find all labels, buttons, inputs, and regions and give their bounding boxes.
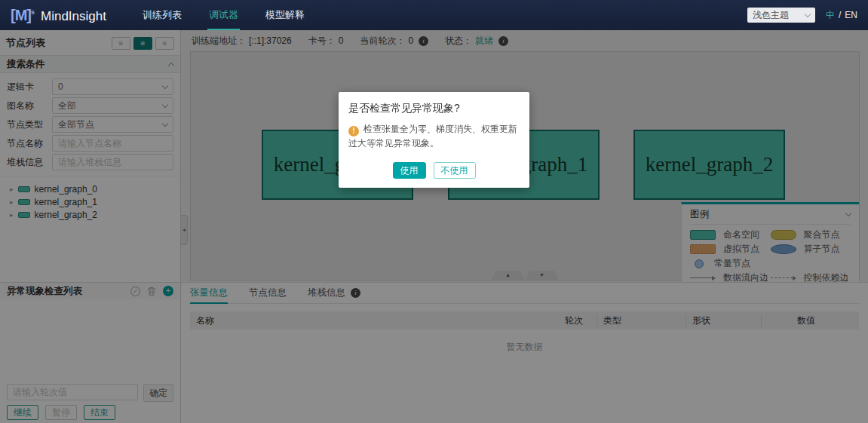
theme-select[interactable]: 浅色主题 [747, 8, 815, 23]
logo-superscript: s [31, 8, 35, 16]
use-button[interactable]: 使用 [393, 162, 426, 179]
lang-en[interactable]: EN [845, 10, 857, 20]
dialog-body: !检查张量全为零、梯度消失、权重更新过大等常见异常现象。 [348, 122, 520, 150]
nav-model-explanation[interactable]: 模型解释 [252, 0, 318, 30]
nav-training-list[interactable]: 训练列表 [129, 0, 195, 30]
warning-icon: ! [348, 126, 359, 136]
not-use-button[interactable]: 不使用 [434, 162, 476, 179]
modal-overlay[interactable] [0, 30, 868, 423]
anomaly-check-dialog: 是否检查常见异常现象? !检查张量全为零、梯度消失、权重更新过大等常见异常现象。… [339, 92, 529, 188]
nav-debugger[interactable]: 调试器 [195, 0, 252, 30]
dialog-title: 是否检查常见异常现象? [348, 102, 520, 115]
chevron-down-icon [805, 11, 811, 17]
language-switch: 中 / EN [826, 9, 857, 22]
logo-mark: [M] [11, 7, 31, 24]
header-right: 浅色主题 中 / EN [747, 8, 857, 23]
dialog-buttons: 使用 不使用 [348, 162, 520, 179]
theme-select-value: 浅色主题 [753, 9, 789, 22]
mindinsight-logo: [M] s MindInsight [11, 7, 106, 24]
app-header: [M] s MindInsight 训练列表 调试器 模型解释 浅色主题 中 /… [0, 0, 868, 30]
lang-zh[interactable]: 中 [826, 9, 835, 22]
main-nav: 训练列表 调试器 模型解释 [129, 0, 318, 30]
lang-separator: / [839, 10, 841, 20]
dialog-body-text: 检查张量全为零、梯度消失、权重更新过大等常见异常现象。 [348, 124, 517, 149]
logo-text: MindInsight [41, 9, 106, 24]
